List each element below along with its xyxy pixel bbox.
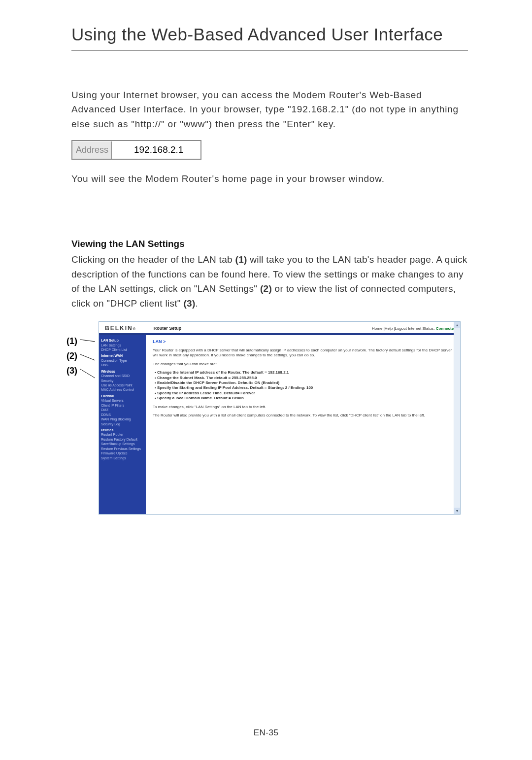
svg-line-1 xyxy=(80,354,95,360)
panel-paragraph: The Router will also provide you with a … xyxy=(153,413,453,418)
followup-paragraph: You will see the Modem Router's home pag… xyxy=(71,173,468,184)
callout-connector-icon xyxy=(80,368,98,379)
sidebar-item[interactable]: DDNS xyxy=(101,413,144,417)
sidebar-item[interactable]: LAN Settings xyxy=(101,343,144,347)
sidebar-item[interactable]: Virtual Servers xyxy=(101,398,144,403)
header-links-text: Home |Help |Logout Internet Status: xyxy=(372,326,436,331)
intro-paragraph: Using your Internet browser, you can acc… xyxy=(71,88,468,131)
sidebar-heading[interactable]: Utilities xyxy=(101,428,144,432)
list-item: Specify a local Domain Name. Default = B… xyxy=(155,396,453,401)
logo-suffix: ® xyxy=(133,327,136,331)
callout-1: (1) xyxy=(66,335,77,348)
sidebar-item[interactable]: Restore Factory Default xyxy=(101,437,144,442)
section-text: Clicking on the header of the LAN tab xyxy=(71,254,235,265)
callout-label: (3) xyxy=(66,366,77,376)
sidebar-item[interactable]: DMZ xyxy=(101,408,144,412)
list-item: Specify the Starting and Ending IP Pool … xyxy=(155,385,453,390)
callout-labels: (1) (2) (3) xyxy=(66,335,77,379)
router-body: LAN SetupLAN SettingsDHCP Client ListInt… xyxy=(99,335,460,514)
section-text: . xyxy=(196,298,199,309)
sidebar-heading[interactable]: Internet WAN xyxy=(101,353,144,358)
page-number: EN-35 xyxy=(0,728,532,738)
router-logo: BELKIN® xyxy=(105,325,136,332)
panel-paragraph: Your Router is equipped with a DHCP serv… xyxy=(153,348,453,358)
sidebar-item[interactable]: Connection Type xyxy=(101,358,144,363)
callout-connector-icon xyxy=(80,353,98,361)
callout-connector-icon xyxy=(80,339,98,344)
svg-line-0 xyxy=(80,340,95,342)
callout-2: (2) xyxy=(66,349,77,363)
page-title: Using the Web-Based Advanced User Interf… xyxy=(71,25,468,44)
callout-label: (2) xyxy=(66,351,77,361)
sidebar-item[interactable]: Use as Access Point xyxy=(101,383,144,387)
list-item: Change the Internal IP address of the Ro… xyxy=(155,370,453,375)
sidebar-heading[interactable]: Wireless xyxy=(101,369,144,374)
sidebar-item[interactable]: DHCP Client List xyxy=(101,347,144,352)
section-body: Clicking on the header of the LAN tab (1… xyxy=(71,252,468,311)
router-setup-title: Router Setup xyxy=(136,326,372,331)
logo-text: BELKIN xyxy=(105,325,133,332)
router-screenshot: (1) (2) (3) BELKIN® Router Setup Home |H… xyxy=(71,321,461,515)
sidebar-item[interactable]: Save/Backup Settings xyxy=(101,442,144,446)
router-ui-frame: BELKIN® Router Setup Home |Help |Logout … xyxy=(99,321,461,515)
sidebar-heading[interactable]: Firewall xyxy=(101,394,144,398)
svg-line-2 xyxy=(80,369,95,378)
router-header-links[interactable]: Home |Help |Logout Internet Status: Conn… xyxy=(372,326,456,331)
address-bar: Address 192.168.2.1 xyxy=(71,140,201,160)
scroll-up-icon[interactable]: ▴ xyxy=(454,322,460,328)
sidebar-item[interactable]: System Settings xyxy=(101,456,144,460)
scrollbar[interactable]: ▴ ▾ xyxy=(454,322,460,514)
sidebar-item[interactable]: Restore Previous Settings xyxy=(101,447,144,451)
sidebar-item[interactable]: Security xyxy=(101,379,144,383)
title-divider xyxy=(71,50,468,51)
sidebar-item[interactable]: WAN Ping Blocking xyxy=(101,417,144,421)
panel-bullet-list: Change the Internal IP address of the Ro… xyxy=(155,370,453,401)
sidebar-heading[interactable]: LAN Setup xyxy=(101,338,144,343)
scroll-down-icon[interactable]: ▾ xyxy=(454,508,460,514)
list-item: Enable/Disable the DHCP Server Function.… xyxy=(155,380,453,385)
list-item: Specify the IP address Lease Time. Defau… xyxy=(155,391,453,396)
router-main-panel: LAN > Your Router is equipped with a DHC… xyxy=(146,335,460,514)
section-heading: Viewing the LAN Settings xyxy=(71,239,468,249)
internet-status: Connected xyxy=(436,326,456,331)
router-header: BELKIN® Router Setup Home |Help |Logout … xyxy=(99,322,460,335)
callout-label: (1) xyxy=(66,336,77,346)
callout-3: (3) xyxy=(66,364,77,378)
list-item: Change the Subnet Mask. The default = 25… xyxy=(155,376,453,380)
callout-ref-2: (2) xyxy=(260,283,272,294)
sidebar-item[interactable]: Client IP Filters xyxy=(101,403,144,408)
sidebar-item[interactable]: Channel and SSID xyxy=(101,374,144,378)
panel-paragraph: The changes that you can make are: xyxy=(153,362,453,367)
sidebar-item[interactable]: Firmware Update xyxy=(101,451,144,455)
callout-ref-3: (3) xyxy=(183,298,195,309)
sidebar-item[interactable]: Security Log xyxy=(101,422,144,426)
sidebar-item[interactable]: DNS xyxy=(101,363,144,367)
breadcrumb[interactable]: LAN > xyxy=(153,339,453,344)
panel-paragraph: To make changes, click "LAN Settings" on… xyxy=(153,405,453,410)
callout-ref-1: (1) xyxy=(235,254,247,265)
address-label: Address xyxy=(72,141,112,159)
sidebar-item[interactable]: MAC Address Control xyxy=(101,387,144,392)
sidebar-item[interactable]: Restart Router xyxy=(101,432,144,437)
address-value: 192.168.2.1 xyxy=(112,141,200,159)
router-sidebar: LAN SetupLAN SettingsDHCP Client ListInt… xyxy=(99,335,146,514)
